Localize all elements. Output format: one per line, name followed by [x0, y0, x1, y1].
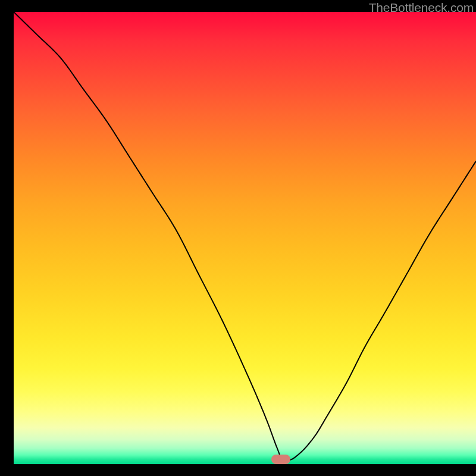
bottleneck-curve — [14, 12, 476, 464]
curve-path — [14, 12, 476, 461]
source-watermark: TheBottleneck.com — [369, 1, 474, 15]
plot-area — [14, 12, 476, 464]
chart-frame: TheBottleneck.com — [0, 0, 476, 476]
plot-outer — [14, 0, 476, 464]
optimal-marker — [271, 455, 290, 464]
